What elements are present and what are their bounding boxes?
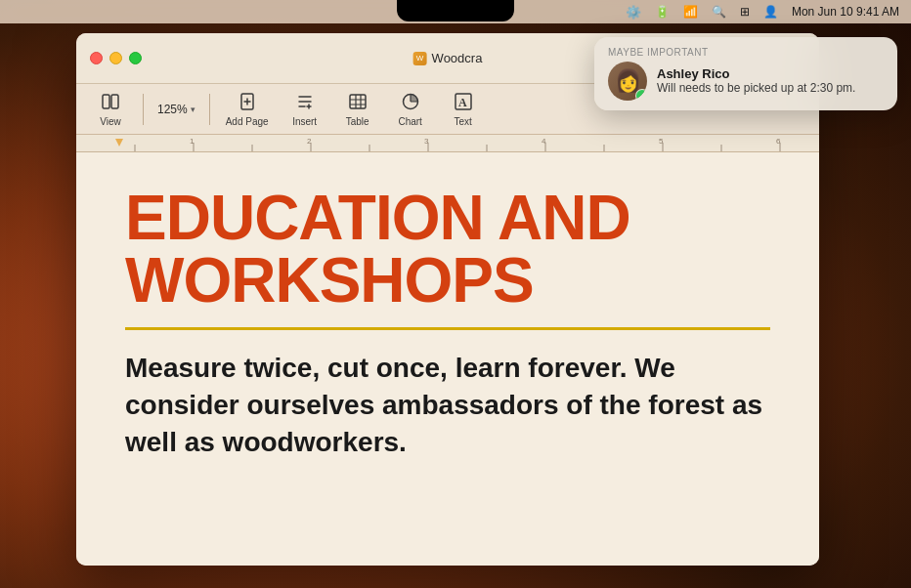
chart-icon xyxy=(401,92,420,114)
close-button[interactable] xyxy=(90,52,103,64)
svg-rect-0 xyxy=(103,95,109,108)
notification-content: Ashley Rico Will needs to be picked up a… xyxy=(657,66,884,97)
add-page-button[interactable]: Add Page xyxy=(218,89,277,130)
control-center-icon[interactable]: ⊞ xyxy=(740,5,750,19)
svg-text:3: 3 xyxy=(424,137,429,146)
zoom-control[interactable]: 125% ▾ xyxy=(152,100,201,119)
svg-text:5: 5 xyxy=(659,137,664,146)
add-page-icon xyxy=(238,92,257,114)
chart-label: Chart xyxy=(398,116,421,127)
text-label: Text xyxy=(454,116,471,127)
svg-rect-10 xyxy=(350,95,366,108)
text-icon: A xyxy=(454,92,473,114)
add-page-label: Add Page xyxy=(226,116,269,127)
user-icon[interactable]: 👤 xyxy=(763,5,778,19)
document-divider xyxy=(125,327,770,330)
insert-label: Insert xyxy=(292,116,317,127)
minimize-button[interactable] xyxy=(109,52,122,64)
document-heading: EDUCATION AND WORKSHOPS xyxy=(125,187,770,312)
window-title: W Woodcra xyxy=(413,51,483,65)
svg-rect-1 xyxy=(111,95,118,108)
view-icon xyxy=(101,92,120,114)
menu-bar-time: Mon Jun 10 9:41 AM xyxy=(792,5,899,19)
maximize-button[interactable] xyxy=(129,52,142,64)
app-icon: W xyxy=(413,52,427,65)
svg-point-40 xyxy=(638,92,647,101)
svg-text:4: 4 xyxy=(542,137,546,146)
ruler: 1 2 3 4 5 6 xyxy=(76,135,819,152)
insert-button[interactable]: Insert xyxy=(281,89,329,130)
wifi-icon: 📶 xyxy=(683,5,698,19)
document-area: EDUCATION AND WORKSHOPS Measure twice, c… xyxy=(76,152,819,566)
app-window: W Woodcra View 125% ▾ xyxy=(76,33,819,566)
text-button[interactable]: A Text xyxy=(439,89,488,130)
document-body: Measure twice, cut once, learn forever. … xyxy=(125,350,770,460)
avatar-emoji: 👩 xyxy=(615,70,641,92)
notification-message: Will needs to be picked up at 2:30 pm. xyxy=(657,81,884,97)
zoom-chevron-icon: ▾ xyxy=(191,105,195,114)
notification-category: MAYBE IMPORTANT xyxy=(608,47,884,58)
notification-avatar: 👩 xyxy=(608,62,647,101)
desktop: ⚙️ 🔋 📶 🔍 ⊞ 👤 Mon Jun 10 9:41 AM W xyxy=(0,0,911,588)
table-label: Table xyxy=(346,116,369,127)
chart-button[interactable]: Chart xyxy=(386,89,435,130)
traffic-lights xyxy=(76,52,142,64)
insert-icon xyxy=(295,92,315,114)
toolbar-divider-2 xyxy=(209,94,210,125)
zoom-value: 125% xyxy=(157,103,188,116)
toolbar-divider-1 xyxy=(143,94,144,125)
messages-badge xyxy=(635,89,647,101)
svg-marker-21 xyxy=(115,139,123,147)
battery-icon: 🔋 xyxy=(655,5,670,19)
view-label: View xyxy=(100,116,121,127)
table-button[interactable]: Table xyxy=(333,89,382,130)
svg-text:2: 2 xyxy=(307,137,312,146)
search-icon[interactable]: 🔍 xyxy=(712,5,726,19)
svg-text:A: A xyxy=(458,96,467,109)
notification-sender: Ashley Rico xyxy=(657,66,884,81)
camera-notch xyxy=(397,0,514,21)
settings-icon[interactable]: ⚙️ xyxy=(626,5,641,20)
svg-text:1: 1 xyxy=(190,137,195,146)
view-button[interactable]: View xyxy=(86,89,135,130)
menu-bar-right: ⚙️ 🔋 📶 🔍 ⊞ 👤 Mon Jun 10 9:41 AM xyxy=(626,5,899,20)
table-icon xyxy=(348,92,368,114)
svg-text:6: 6 xyxy=(776,137,781,146)
notification[interactable]: MAYBE IMPORTANT 👩 Ashley Rico Will needs… xyxy=(594,37,897,110)
notification-header: 👩 Ashley Rico Will needs to be picked up… xyxy=(608,62,884,101)
